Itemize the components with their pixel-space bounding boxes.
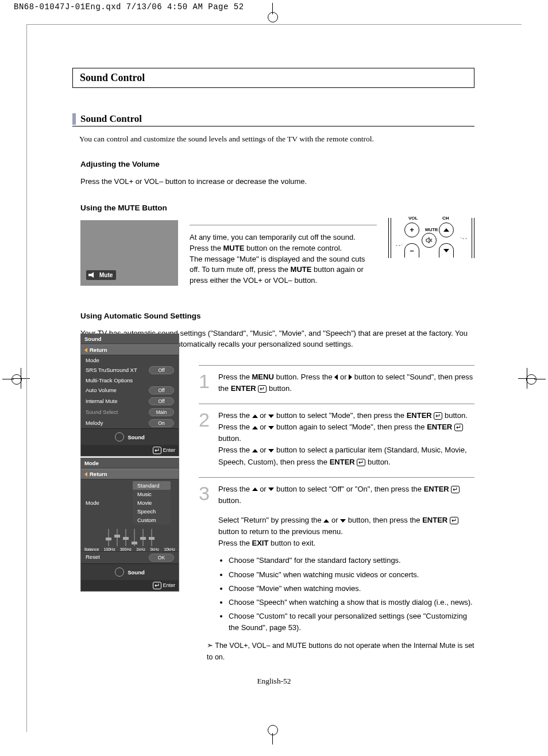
bullet-item: Choose "Custom" to recall your personali… [229, 611, 474, 634]
step-2: 2 Press the or button to select "Mode", … [199, 410, 474, 468]
osd-eq-label: 300Hz [120, 547, 132, 551]
bold-term: MENU [252, 373, 274, 381]
step-number: 3 [199, 483, 211, 663]
osd-return-row: Return [81, 344, 179, 355]
osd-equalizer [81, 525, 179, 547]
step-1: 1 Press the MENU button. Press the or bu… [199, 371, 474, 394]
osd-reset-label: Reset [86, 554, 100, 562]
osd-footer: Sound [81, 428, 179, 445]
step-number: 2 [199, 410, 211, 468]
osd-row-label: Multi-Track Options [86, 377, 133, 383]
subheading-auto-sound: Using Automatic Sound Settings [80, 312, 474, 320]
remote-vol-label: VOL [408, 216, 418, 221]
remote-mute-label: MUTE [425, 227, 438, 232]
bold-term: ENTER [422, 516, 447, 524]
remote-vol-minus-icon: – [404, 243, 419, 258]
bold-term: ENTER [330, 458, 355, 466]
osd-row: Internal MuteOff [81, 396, 179, 406]
osd-return-label: Return [90, 347, 107, 353]
bold-term: ENTER [407, 411, 432, 420]
speaker-icon [115, 432, 124, 442]
bullet-item: Choose "Speech" when watching a show tha… [229, 597, 474, 608]
up-arrow-icon [252, 415, 258, 418]
osd-ok-pill: OK [149, 554, 174, 562]
osd-mute-badge: Mute [86, 270, 116, 280]
osd-row: MelodyOn [81, 417, 179, 428]
osd-footer: Sound [81, 563, 179, 580]
osd-eq-label: 100Hz [103, 547, 115, 551]
enter-icon: ↵ [357, 459, 365, 466]
osd-mute-label: Mute [99, 272, 113, 278]
subheading-mute: Using the MUTE Button [80, 204, 474, 212]
osd-eq-label: 1kHz [136, 547, 145, 551]
page-number: English-52 [0, 677, 548, 686]
return-arrow-icon [84, 472, 87, 477]
chapter-title: Sound Control [72, 68, 474, 88]
osd-row-value: On [149, 419, 174, 427]
bold-term: MUTE [291, 265, 312, 274]
osd-row-label: Melody [86, 420, 103, 426]
osd-row-label: Mode [86, 500, 99, 506]
osd-row-value: Off [149, 366, 174, 374]
enter-icon: ↵ [450, 517, 458, 524]
bullet-item: Choose "Movie" when watching movies. [229, 583, 474, 594]
cropmark-guide [518, 378, 535, 379]
up-arrow-icon [252, 449, 258, 452]
bold-term: ENTER [424, 485, 449, 493]
step-body: Press the or button to select "Mode", th… [218, 410, 474, 468]
osd-row: Multi-Track Options [81, 375, 179, 385]
body-text: button on the remote control. [244, 244, 342, 252]
osd-row-label: Internal Mute [86, 398, 117, 404]
osd-screenshot-sound-menu: Sound Return ModeSRS TruSurround XTOffMu… [80, 333, 179, 456]
bold-term: ENTER [427, 423, 452, 431]
osd-row-label: SRS TruSurround XT [86, 367, 137, 373]
body-text: Press the [190, 244, 223, 252]
down-arrow-icon [268, 488, 274, 491]
down-arrow-icon [340, 519, 346, 523]
bullet-item: Choose "Standard" for the standard facto… [229, 555, 474, 566]
down-arrow-icon [268, 426, 274, 429]
osd-row-value: Main [149, 408, 174, 416]
osd-mode-option: Standard [133, 481, 171, 490]
osd-screenshot-mute: Mute [80, 220, 178, 286]
remote-diagram: VOL CH MUTE + – ∘∘° °∘∘ [388, 218, 474, 258]
bold-term: MUTE [223, 244, 245, 252]
down-arrow-icon [268, 415, 274, 418]
body-text: Press the VOL+ or VOL– button to increas… [80, 176, 474, 187]
cropmark-guide [13, 378, 30, 379]
footnote: The VOL+, VOL– and MUTE buttons do not o… [207, 640, 474, 663]
bullet-list: Choose "Standard" for the standard facto… [218, 555, 474, 634]
osd-row-label: Mode [86, 357, 99, 363]
osd-title: Mode [81, 458, 179, 469]
up-arrow-icon [252, 426, 258, 429]
bullet-item: Choose "Music" when watching music video… [229, 569, 474, 581]
subheading-adjust-volume: Adjusting the Volume [80, 160, 474, 168]
enter-icon: ↵ [454, 424, 463, 431]
enter-icon: ↵ [434, 412, 442, 420]
osd-footer-label: Sound [128, 569, 145, 575]
osd-screenshot-mode-menu: Mode Return Mode StandardMusicMovieSpeec… [80, 458, 179, 592]
step-body: Press the or button to select "Off" or "… [218, 483, 474, 663]
osd-eq-label: 3kHz [150, 547, 159, 551]
osd-row: Sound SelectMain [81, 406, 179, 417]
up-arrow-icon [323, 519, 329, 523]
enter-icon: ↵ [258, 385, 267, 393]
osd-enter-hint: ↵ Enter [81, 580, 179, 591]
speaker-icon [115, 567, 124, 577]
osd-row-value: Off [149, 386, 174, 394]
step-number: 1 [199, 371, 211, 394]
osd-eq-labels: Balance100Hz300Hz1kHz3kHz10kHz [81, 547, 179, 551]
up-arrow-icon [252, 488, 258, 491]
osd-eq-label: 10kHz [164, 547, 175, 551]
osd-eq-label: Balance [84, 547, 99, 551]
trim-line [26, 24, 522, 25]
osd-row-label: Auto Volume [86, 387, 117, 393]
section-intro: You can control and customize the sound … [79, 135, 474, 144]
step-body: Press the MENU button. Press the or butt… [218, 371, 474, 394]
osd-mode-option: Movie [133, 498, 171, 507]
osd-mode-row: Mode StandardMusicMovieSpeechCustom [81, 479, 179, 525]
osd-title: Sound [81, 334, 179, 344]
mute-description: At any time, you can temporarily cut off… [190, 220, 377, 286]
remote-ch-label: CH [442, 216, 449, 221]
osd-reset-row: ResetOK [81, 551, 179, 563]
